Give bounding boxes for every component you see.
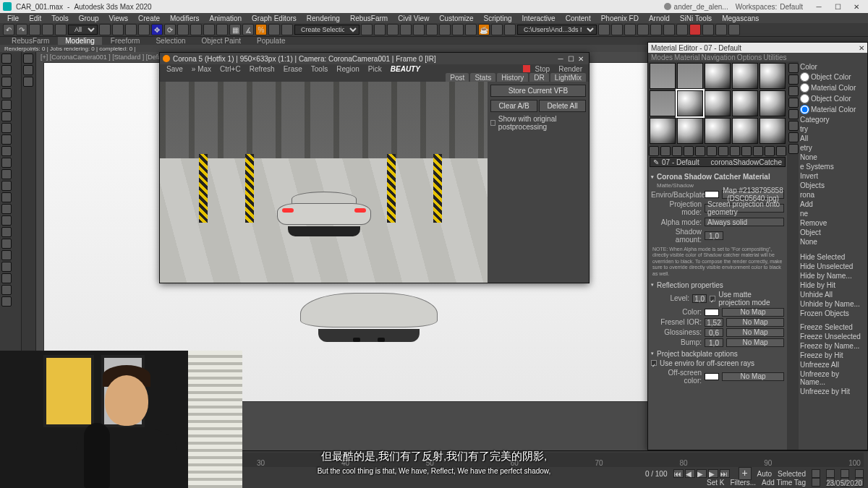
mated-tool-icon[interactable] [695, 146, 705, 156]
play-icon[interactable]: ▶ [697, 469, 707, 478]
ribbon-populate[interactable]: Populate [250, 37, 292, 45]
toggle-icon[interactable] [400, 24, 412, 35]
redo-icon[interactable]: ↷ [16, 24, 27, 35]
vfb-window[interactable]: Corona 5 (Hotfix 1) | 950×633px (1:1) | … [159, 52, 590, 283]
all-button[interactable]: All [800, 134, 866, 142]
ltool-icon[interactable] [1, 215, 12, 226]
unfreeze-all-button[interactable]: Unfreeze All [800, 361, 866, 369]
select-by-mat-icon[interactable] [788, 132, 799, 142]
mirror-icon[interactable] [361, 24, 373, 35]
menu-sinitools[interactable]: SiNi Tools [676, 14, 716, 22]
nav-icon[interactable] [841, 469, 849, 478]
curveeditor-icon[interactable] [413, 24, 425, 35]
mated-tool-icon[interactable] [753, 146, 763, 156]
sample-uv-icon[interactable] [788, 98, 799, 108]
sample-type-icon[interactable] [788, 63, 799, 73]
project-path[interactable]: C:\Users\And...3ds Max 2020 [517, 25, 597, 35]
menu-group[interactable]: Group [75, 14, 103, 22]
eyedropper-icon[interactable]: ✎ [653, 158, 659, 166]
menu-modifiers[interactable]: Modifiers [166, 14, 204, 22]
ltool-icon[interactable] [1, 134, 12, 145]
bump-map-button[interactable]: No Map [726, 338, 784, 347]
vfb-stop[interactable]: Stop [532, 65, 554, 73]
mated-titlebar[interactable]: Material Editor - 07 - Default ✕ [648, 43, 867, 53]
add-button[interactable]: Add [800, 200, 866, 208]
mated-tool-icon[interactable] [660, 146, 671, 156]
objcolor-radio[interactable] [800, 72, 809, 82]
prev-frame-icon[interactable]: ◀ [685, 469, 695, 478]
vfb-tab-stats[interactable]: Stats [470, 73, 495, 82]
editnamed-icon[interactable] [281, 24, 293, 35]
reflcolor-map-button[interactable]: No Map [722, 308, 784, 317]
fresnel-spinner[interactable]: 1,52 [705, 318, 723, 327]
ribbon-rebusfarm[interactable]: RebusFarm [4, 37, 56, 45]
material-slot[interactable] [732, 90, 758, 116]
alphamode-select[interactable]: Always solid [705, 218, 784, 226]
bump-spinner[interactable]: 1,0 [705, 338, 723, 347]
vfb-tools[interactable]: Tools [307, 65, 331, 73]
mated-menu-utilities[interactable]: Utilities [763, 53, 786, 61]
align-icon[interactable] [374, 24, 386, 35]
keyfilters-button[interactable]: Filters... [730, 479, 756, 487]
bind-icon[interactable] [55, 24, 67, 35]
scale-icon[interactable] [177, 24, 189, 35]
autokey-button[interactable]: Auto [757, 470, 773, 478]
ltool-icon[interactable] [1, 65, 12, 75]
user-account[interactable]: ander_de_alen... [664, 3, 728, 11]
ltool-icon[interactable] [1, 111, 12, 121]
vfb-deleteall-button[interactable]: Delete All [539, 100, 586, 112]
ltool-icon[interactable] [1, 53, 12, 64]
vfb-pick[interactable]: Pick [365, 65, 386, 73]
nav-icon[interactable] [855, 469, 864, 478]
projmode-select[interactable]: Screen projection onto geometry [705, 204, 784, 213]
none-button2[interactable]: None [800, 238, 866, 246]
vfb-render-image[interactable] [160, 82, 488, 283]
mated-menu-navigation[interactable]: Navigation [702, 53, 736, 61]
tool-i-icon[interactable] [702, 24, 714, 35]
offscreen-swatch[interactable] [705, 373, 719, 380]
goto-start-icon[interactable]: ⏮ [673, 469, 684, 478]
mated-menu-options[interactable]: Options [737, 53, 762, 61]
ltool-icon[interactable] [1, 204, 12, 214]
ltool-icon[interactable] [1, 158, 12, 168]
enviro-swatch[interactable] [705, 191, 719, 198]
material-slot[interactable] [677, 63, 703, 89]
timetag-button[interactable]: Add Time Tag [762, 479, 806, 487]
maximize-button[interactable]: ☐ [829, 1, 846, 12]
vfb-ctrlc[interactable]: Ctrl+C [216, 65, 244, 73]
ribbon-objectpaint[interactable]: Object Paint [195, 37, 248, 45]
vfb-erase[interactable]: Erase [280, 65, 306, 73]
ribbon-selection[interactable]: Selection [148, 37, 192, 45]
mated-tool-icon[interactable] [684, 146, 694, 156]
menu-file[interactable]: File [3, 14, 23, 22]
goto-end-icon[interactable]: ⏭ [720, 469, 730, 478]
remove-button[interactable]: Remove [800, 219, 866, 227]
vfb-tab-lightmix[interactable]: LightMix [550, 73, 586, 82]
menu-tools[interactable]: Tools [47, 14, 72, 22]
ltool-icon[interactable] [1, 285, 12, 295]
vfb-min-icon[interactable]: ─ [556, 55, 566, 63]
named-selection[interactable]: Create Selection Set [294, 25, 359, 35]
objcolor-radio2[interactable] [800, 94, 809, 103]
snap-icon[interactable]: ▦ [229, 24, 241, 35]
freeze-byname-button[interactable]: Freeze by Name... [800, 342, 866, 350]
hide-selected-button[interactable]: Hide Selected [800, 253, 866, 261]
ltool-icon[interactable] [1, 227, 12, 237]
menu-views[interactable]: Views [105, 14, 133, 22]
none-button[interactable]: None [800, 153, 866, 161]
gloss-map-button[interactable]: No Map [726, 328, 784, 337]
matcolor-radio2[interactable] [800, 105, 809, 114]
nav-icon[interactable] [812, 469, 820, 478]
section-shadowcatcher[interactable]: Corona Shadow Catcher Material [651, 173, 784, 181]
ltool-icon[interactable] [1, 169, 12, 179]
mated-menu-modes[interactable]: Modes [651, 53, 673, 61]
schematic-icon[interactable] [426, 24, 438, 35]
material-slot[interactable] [760, 63, 786, 89]
fresnel-map-button[interactable]: No Map [726, 318, 784, 327]
refcoord-icon[interactable] [203, 24, 215, 35]
vfb-render[interactable]: Render [555, 65, 586, 73]
nav-icon[interactable] [812, 478, 820, 487]
vfb-close-icon[interactable]: ✕ [576, 55, 586, 63]
mated-tool-icon[interactable] [718, 146, 728, 156]
hide-byhit-button[interactable]: Hide by Hit [800, 281, 866, 289]
